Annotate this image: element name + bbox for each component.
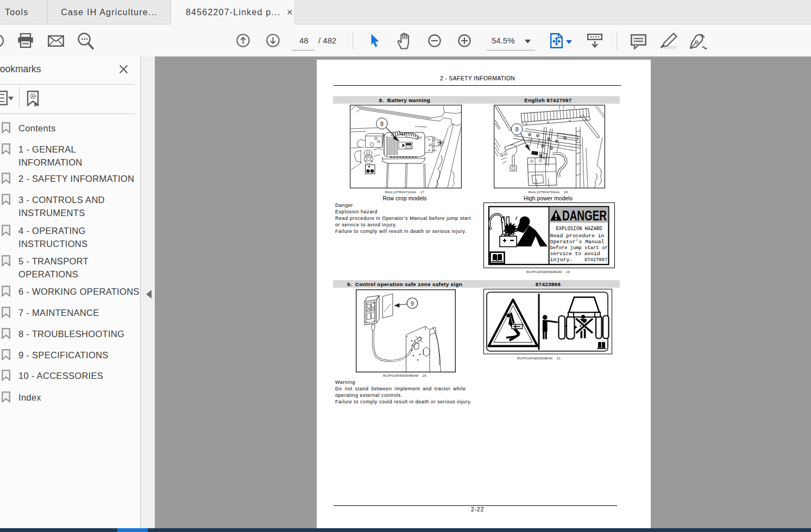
svg-text:Operator’s Manual: Operator’s Manual [550, 239, 605, 245]
svg-text:DANGER: DANGER [562, 208, 607, 223]
svg-text:9: 9 [411, 300, 414, 307]
svg-text:EXPLOSION HAZARD: EXPLOSION HAZARD [556, 225, 602, 232]
svg-text:87427097: 87427097 [584, 257, 607, 263]
svg-text:service to avoid: service to avoid [550, 251, 600, 257]
svg-text:before jump start or: before jump start or [550, 245, 608, 251]
svg-text:Read procedure in: Read procedure in [550, 233, 605, 239]
svg-text:injury.: injury. [550, 257, 573, 263]
svg-text:8: 8 [515, 126, 518, 132]
svg-text:8: 8 [380, 121, 384, 127]
